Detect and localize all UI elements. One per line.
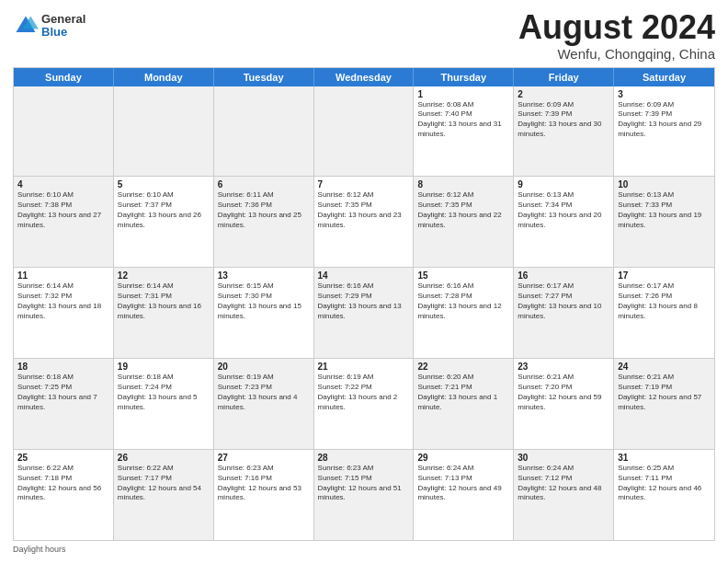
- calendar-header-cell: Saturday: [614, 68, 714, 86]
- calendar-cell: 16Sunrise: 6:17 AMSunset: 7:27 PMDayligh…: [514, 268, 614, 358]
- day-info: Sunrise: 6:16 AMSunset: 7:28 PMDaylight:…: [417, 282, 509, 321]
- day-number: 23: [518, 362, 609, 372]
- calendar-cell: 4Sunrise: 6:10 AMSunset: 7:38 PMDaylight…: [14, 177, 114, 267]
- day-info: Sunrise: 6:23 AMSunset: 7:15 PMDaylight:…: [318, 464, 410, 503]
- day-info: Sunrise: 6:17 AMSunset: 7:26 PMDaylight:…: [618, 282, 711, 321]
- day-number: 18: [17, 362, 109, 372]
- calendar-cell: 3Sunrise: 6:09 AMSunset: 7:39 PMDaylight…: [614, 86, 714, 177]
- day-info: Sunrise: 6:18 AMSunset: 7:25 PMDaylight:…: [17, 373, 109, 412]
- calendar-cell: 30Sunrise: 6:24 AMSunset: 7:12 PMDayligh…: [514, 450, 614, 540]
- calendar-cell: 8Sunrise: 6:12 AMSunset: 7:35 PMDaylight…: [414, 177, 514, 267]
- calendar-cell: 24Sunrise: 6:21 AMSunset: 7:19 PMDayligh…: [614, 359, 714, 449]
- day-info: Sunrise: 6:08 AMSunset: 7:40 PMDaylight:…: [417, 100, 509, 140]
- calendar-week: 18Sunrise: 6:18 AMSunset: 7:25 PMDayligh…: [14, 359, 714, 450]
- calendar-cell: 1Sunrise: 6:08 AMSunset: 7:40 PMDaylight…: [414, 86, 514, 177]
- day-number: 22: [417, 362, 509, 372]
- day-info: Sunrise: 6:09 AMSunset: 7:39 PMDaylight:…: [618, 100, 711, 140]
- day-number: 19: [118, 362, 210, 372]
- logo: General Blue: [13, 13, 85, 40]
- day-info: Sunrise: 6:17 AMSunset: 7:27 PMDaylight:…: [518, 282, 609, 321]
- day-info: Sunrise: 6:14 AMSunset: 7:31 PMDaylight:…: [118, 282, 210, 321]
- calendar-cell: 22Sunrise: 6:20 AMSunset: 7:21 PMDayligh…: [414, 359, 514, 449]
- calendar-cell: [314, 86, 415, 177]
- title-month: August 2024: [518, 9, 715, 46]
- calendar-cell: 13Sunrise: 6:15 AMSunset: 7:30 PMDayligh…: [214, 268, 314, 358]
- calendar-cell: 25Sunrise: 6:22 AMSunset: 7:18 PMDayligh…: [14, 450, 114, 540]
- calendar-week: 4Sunrise: 6:10 AMSunset: 7:38 PMDaylight…: [14, 177, 714, 268]
- calendar-cell: 5Sunrise: 6:10 AMSunset: 7:37 PMDaylight…: [114, 177, 214, 267]
- day-number: 3: [618, 89, 711, 99]
- day-number: 7: [318, 179, 410, 190]
- day-info: Sunrise: 6:10 AMSunset: 7:38 PMDaylight:…: [17, 190, 109, 230]
- day-info: Sunrise: 6:22 AMSunset: 7:18 PMDaylight:…: [17, 464, 109, 503]
- calendar-header-cell: Monday: [114, 68, 214, 86]
- day-info: Sunrise: 6:24 AMSunset: 7:12 PMDaylight:…: [518, 464, 609, 503]
- calendar-header-cell: Thursday: [414, 68, 514, 86]
- calendar-cell: 12Sunrise: 6:14 AMSunset: 7:31 PMDayligh…: [114, 268, 214, 358]
- day-info: Sunrise: 6:19 AMSunset: 7:23 PMDaylight:…: [218, 373, 310, 412]
- day-info: Sunrise: 6:22 AMSunset: 7:17 PMDaylight:…: [118, 464, 210, 503]
- day-number: 13: [218, 270, 310, 281]
- day-info: Sunrise: 6:10 AMSunset: 7:37 PMDaylight:…: [118, 190, 210, 230]
- day-info: Sunrise: 6:21 AMSunset: 7:19 PMDaylight:…: [618, 373, 711, 412]
- day-number: 26: [118, 453, 210, 463]
- day-number: 5: [118, 179, 210, 190]
- calendar-cell: 31Sunrise: 6:25 AMSunset: 7:11 PMDayligh…: [614, 450, 714, 540]
- calendar-header-cell: Friday: [514, 68, 614, 86]
- day-info: Sunrise: 6:09 AMSunset: 7:39 PMDaylight:…: [518, 100, 609, 140]
- page: General Blue August 2024 Wenfu, Chongqin…: [0, 0, 728, 563]
- calendar: SundayMondayTuesdayWednesdayThursdayFrid…: [13, 67, 715, 541]
- calendar-cell: 6Sunrise: 6:11 AMSunset: 7:36 PMDaylight…: [214, 177, 314, 267]
- calendar-cell: [214, 86, 314, 177]
- title-block: August 2024 Wenfu, Chongqing, China: [518, 9, 715, 62]
- day-number: 8: [417, 179, 509, 190]
- calendar-cell: 7Sunrise: 6:12 AMSunset: 7:35 PMDaylight…: [314, 177, 415, 267]
- calendar-cell: 15Sunrise: 6:16 AMSunset: 7:28 PMDayligh…: [414, 268, 514, 358]
- day-info: Sunrise: 6:19 AMSunset: 7:22 PMDaylight:…: [318, 373, 410, 412]
- calendar-header-cell: Sunday: [14, 68, 114, 86]
- day-number: 29: [417, 453, 509, 463]
- calendar-cell: 11Sunrise: 6:14 AMSunset: 7:32 PMDayligh…: [14, 268, 114, 358]
- day-number: 24: [618, 362, 711, 372]
- calendar-cell: 2Sunrise: 6:09 AMSunset: 7:39 PMDaylight…: [514, 86, 614, 177]
- day-number: 15: [417, 270, 509, 281]
- day-number: 30: [518, 453, 609, 463]
- footer: Daylight hours: [13, 545, 715, 554]
- day-number: 16: [518, 270, 609, 281]
- day-number: 11: [17, 270, 109, 281]
- day-number: 14: [318, 270, 410, 281]
- calendar-week: 11Sunrise: 6:14 AMSunset: 7:32 PMDayligh…: [14, 268, 714, 359]
- calendar-header-cell: Wednesday: [314, 68, 415, 86]
- day-number: 6: [218, 179, 310, 190]
- calendar-week: 25Sunrise: 6:22 AMSunset: 7:18 PMDayligh…: [14, 450, 714, 540]
- day-number: 12: [118, 270, 210, 281]
- calendar-cell: 10Sunrise: 6:13 AMSunset: 7:33 PMDayligh…: [614, 177, 714, 267]
- day-info: Sunrise: 6:12 AMSunset: 7:35 PMDaylight:…: [318, 190, 410, 230]
- day-number: 21: [318, 362, 410, 372]
- day-number: 17: [618, 270, 711, 281]
- calendar-cell: [114, 86, 214, 177]
- calendar-cell: 19Sunrise: 6:18 AMSunset: 7:24 PMDayligh…: [114, 359, 214, 449]
- day-info: Sunrise: 6:15 AMSunset: 7:30 PMDaylight:…: [218, 282, 310, 321]
- calendar-cell: 28Sunrise: 6:23 AMSunset: 7:15 PMDayligh…: [314, 450, 415, 540]
- calendar-cell: 9Sunrise: 6:13 AMSunset: 7:34 PMDaylight…: [514, 177, 614, 267]
- calendar-cell: 23Sunrise: 6:21 AMSunset: 7:20 PMDayligh…: [514, 359, 614, 449]
- calendar-cell: 20Sunrise: 6:19 AMSunset: 7:23 PMDayligh…: [214, 359, 314, 449]
- calendar-header: SundayMondayTuesdayWednesdayThursdayFrid…: [14, 68, 714, 86]
- day-info: Sunrise: 6:16 AMSunset: 7:29 PMDaylight:…: [318, 282, 410, 321]
- title-location: Wenfu, Chongqing, China: [518, 46, 715, 62]
- day-info: Sunrise: 6:13 AMSunset: 7:34 PMDaylight:…: [518, 190, 609, 230]
- day-number: 1: [417, 89, 509, 99]
- footer-label: Daylight hours: [13, 545, 66, 554]
- day-number: 2: [518, 89, 609, 99]
- day-number: 25: [17, 453, 109, 463]
- logo-blue: Blue: [41, 26, 85, 39]
- calendar-cell: 14Sunrise: 6:16 AMSunset: 7:29 PMDayligh…: [314, 268, 415, 358]
- day-info: Sunrise: 6:12 AMSunset: 7:35 PMDaylight:…: [417, 190, 509, 230]
- day-info: Sunrise: 6:18 AMSunset: 7:24 PMDaylight:…: [118, 373, 210, 412]
- calendar-body: 1Sunrise: 6:08 AMSunset: 7:40 PMDaylight…: [14, 86, 714, 540]
- header: General Blue August 2024 Wenfu, Chongqin…: [13, 9, 715, 62]
- day-info: Sunrise: 6:11 AMSunset: 7:36 PMDaylight:…: [218, 190, 310, 230]
- day-number: 28: [318, 453, 410, 463]
- calendar-cell: [14, 86, 114, 177]
